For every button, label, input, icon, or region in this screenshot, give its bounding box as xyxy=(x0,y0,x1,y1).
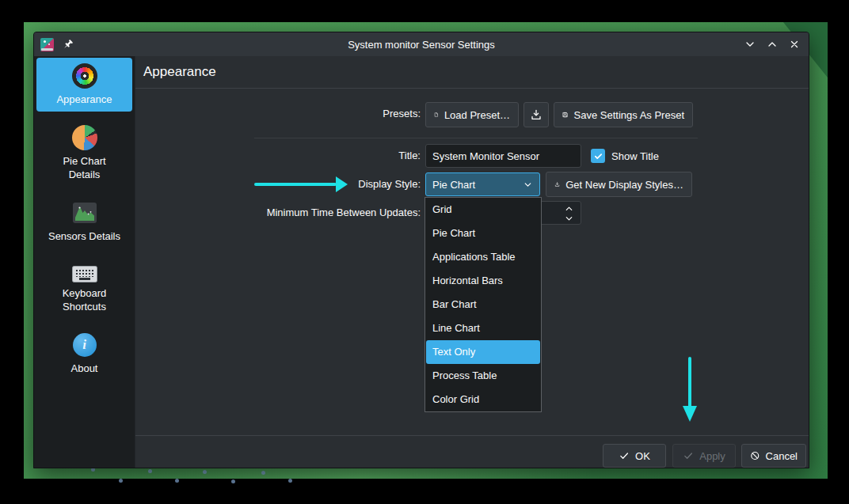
area-chart-icon xyxy=(72,200,97,225)
dropdown-option-bar-chart[interactable]: Bar Chart xyxy=(425,293,541,316)
chevron-up-icon xyxy=(564,203,574,214)
get-new-display-styles-button[interactable]: Get New Display Styles… xyxy=(546,172,692,197)
sidebar-item-sensors-details[interactable]: Sensors Details xyxy=(36,195,132,248)
close-button[interactable] xyxy=(788,38,801,51)
dropdown-option-pie-chart[interactable]: Pie Chart xyxy=(425,222,541,245)
apply-button[interactable]: Apply xyxy=(672,444,736,468)
checkmark-icon xyxy=(593,151,603,161)
settings-window: System monitor Sensor Settings Appearanc… xyxy=(33,32,809,468)
desktop-speck xyxy=(175,479,179,483)
minimum-time-label: Minimum Time Between Updates: xyxy=(135,201,421,225)
sidebar-item-about[interactable]: i About xyxy=(36,327,132,381)
chevron-down-icon xyxy=(523,180,533,190)
window-title: System monitor Sensor Settings xyxy=(34,39,809,51)
sidebar-item-label: Sensors Details xyxy=(48,229,120,243)
dropdown-option-color-grid[interactable]: Color Grid xyxy=(425,388,541,411)
desktop-speck xyxy=(261,471,265,475)
save-icon xyxy=(562,108,569,121)
ok-button[interactable]: OK xyxy=(603,444,666,468)
show-title-row[interactable]: Show Title xyxy=(591,144,659,168)
pin-icon[interactable] xyxy=(62,39,74,51)
dropdown-option-line-chart[interactable]: Line Chart xyxy=(425,316,541,340)
desktop-speck xyxy=(119,479,123,483)
combobox-value: Pie Chart xyxy=(432,179,475,191)
desktop-speck xyxy=(203,470,207,474)
annotation-arrow-horizontal-head xyxy=(336,176,348,192)
checkmark-icon xyxy=(619,450,630,461)
sidebar: Appearance Pie Chart Details Sensors Det… xyxy=(34,56,135,468)
title-input[interactable] xyxy=(425,144,581,168)
sidebar-item-label: Pie Chart Details xyxy=(48,154,121,181)
sidebar-item-pie-chart-details[interactable]: Pie Chart Details xyxy=(36,119,132,187)
display-style-combobox[interactable]: Pie Chart xyxy=(425,172,540,196)
display-style-dropdown: Grid Pie Chart Applications Table Horizo… xyxy=(424,197,542,412)
download-icon xyxy=(530,108,543,121)
show-title-label: Show Title xyxy=(611,150,659,162)
app-icon xyxy=(40,38,54,51)
desktop-speck xyxy=(288,479,292,483)
sidebar-item-label: Keyboard Shortcuts xyxy=(48,286,121,313)
annotation-arrow-horizontal xyxy=(254,183,337,186)
info-icon: i xyxy=(73,333,97,357)
button-bar: OK Apply Cancel xyxy=(135,435,809,468)
annotation-arrow-vertical xyxy=(688,357,691,407)
save-settings-as-preset-button[interactable]: Save Settings As Preset xyxy=(554,102,693,127)
minimize-button[interactable] xyxy=(744,38,756,51)
titlebar[interactable]: System monitor Sensor Settings xyxy=(34,32,809,56)
sidebar-item-appearance[interactable]: Appearance xyxy=(36,58,132,112)
color-wheel-icon xyxy=(72,63,97,89)
page-title: Appearance xyxy=(143,64,216,80)
maximize-button[interactable] xyxy=(766,38,779,51)
dropdown-option-text-only[interactable]: Text Only xyxy=(426,340,540,364)
cancel-button[interactable]: Cancel xyxy=(741,444,806,468)
dropdown-option-horizontal-bars[interactable]: Horizontal Bars xyxy=(425,269,541,293)
desktop-speck xyxy=(231,479,235,483)
dropdown-option-process-table[interactable]: Process Table xyxy=(425,364,541,388)
download-icon xyxy=(554,178,560,191)
cancel-icon xyxy=(750,450,760,461)
dropdown-option-applications-table[interactable]: Applications Table xyxy=(425,245,541,269)
document-icon xyxy=(434,108,439,121)
dropdown-option-grid[interactable]: Grid xyxy=(425,198,541,222)
show-title-checkbox[interactable] xyxy=(591,149,605,163)
sidebar-item-label: Appearance xyxy=(56,93,112,106)
chevron-down-icon xyxy=(564,214,574,224)
pie-chart-icon xyxy=(72,125,97,150)
section-divider xyxy=(254,138,698,138)
desktop-speck xyxy=(148,469,152,473)
keyboard-icon xyxy=(72,266,97,282)
presets-label: Presets: xyxy=(135,102,421,126)
load-preset-from-file-button[interactable] xyxy=(523,102,549,127)
sidebar-item-keyboard-shortcuts[interactable]: Keyboard Shortcuts xyxy=(36,256,132,319)
content-area: Appearance Presets: Load Preset… xyxy=(135,56,809,468)
checkmark-icon xyxy=(683,450,694,461)
annotation-arrow-vertical-head xyxy=(683,406,697,422)
load-preset-button[interactable]: Load Preset… xyxy=(425,102,519,127)
sidebar-item-label: About xyxy=(71,362,98,375)
title-label: Title: xyxy=(135,144,421,168)
